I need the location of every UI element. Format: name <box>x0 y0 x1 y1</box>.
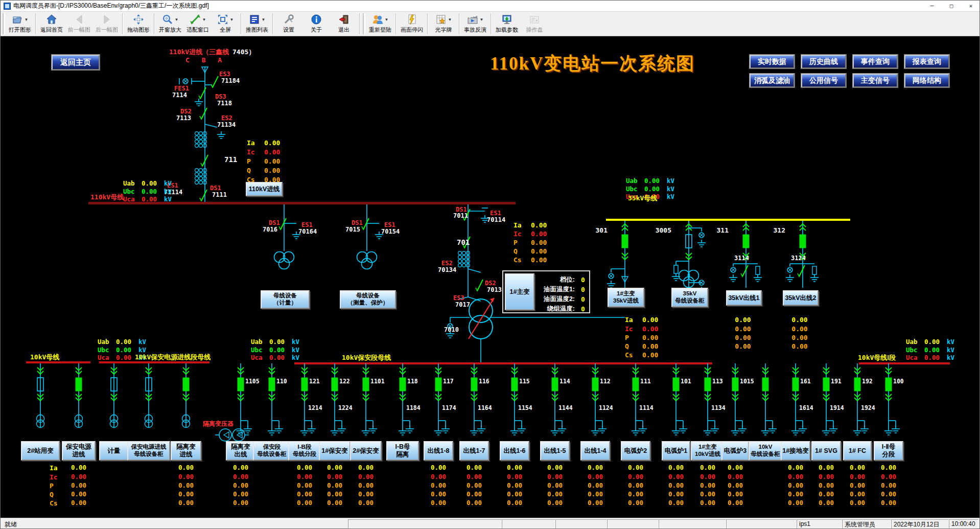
return-home-button[interactable]: 返回主页 <box>52 55 100 70</box>
feeder-button-24[interactable]: 1# FC <box>843 441 872 461</box>
feeder-breaker-5[interactable] <box>183 378 189 391</box>
feeder-button-10[interactable]: 2#保安变 <box>350 441 382 461</box>
feeder-breaker-100[interactable] <box>885 378 892 391</box>
breaker-312[interactable] <box>800 235 806 248</box>
toolbar-button-home[interactable]: 返回首页 <box>38 12 65 36</box>
feeder-button-1[interactable]: 2#站用变 <box>21 441 60 461</box>
feeder-button-18[interactable]: 电弧炉1 <box>662 441 690 461</box>
bus-10kv-a[interactable] <box>26 361 90 363</box>
feeder-breaker-115[interactable] <box>511 378 518 391</box>
dropdown-arrow-icon[interactable]: ▼ <box>25 17 29 22</box>
nav-button-3[interactable]: 事件查询 <box>853 55 898 68</box>
nav-button-5[interactable]: 消弧及滤油 <box>750 74 795 87</box>
feeder-breaker-110[interactable] <box>269 378 275 391</box>
feeder-button-22[interactable]: 1#接地变 <box>781 441 810 461</box>
transformer-info-label: 档位: <box>560 277 575 283</box>
feeder-breaker-117[interactable] <box>435 378 441 391</box>
toolbar-button-annunciator[interactable]: ▼光字牌 <box>430 12 457 36</box>
feeder-button-19[interactable]: 1#主变10kV进线 <box>691 441 725 461</box>
toolbar-button-load-params[interactable]: 加载参数 <box>493 12 521 36</box>
feeder-breaker-111[interactable] <box>633 378 639 391</box>
bus-10kv-b[interactable] <box>99 361 209 363</box>
nav-button-1[interactable]: 实时数据 <box>750 55 795 68</box>
breaker-311[interactable] <box>743 235 749 248</box>
feeder-button-4[interactable]: 保安电源进线母线设备柜 <box>127 441 170 461</box>
feeder-button-16[interactable]: 出线1-4 <box>580 441 610 461</box>
dropdown-arrow-icon[interactable]: ▼ <box>385 17 389 22</box>
feeder-breaker-114[interactable] <box>552 378 558 391</box>
feeder-breaker-1105[interactable] <box>238 378 244 391</box>
minimize-button[interactable]: ─ <box>922 1 942 11</box>
toolbar-button-zoom-window[interactable]: ▼开窗放大 <box>156 12 184 36</box>
bus-equip-button-1[interactable]: 母线设备（计量） <box>261 290 310 309</box>
dropdown-arrow-icon[interactable]: ▼ <box>448 17 452 22</box>
kv35-bay-button-3[interactable]: 35kV出线1 <box>726 290 762 306</box>
toolbar-button-about[interactable]: 关于 <box>302 12 330 36</box>
feeder-breaker-118[interactable] <box>400 378 406 391</box>
bus-35kv[interactable] <box>606 219 850 221</box>
feeder-button-8[interactable]: I-B段母线分段 <box>288 441 321 461</box>
toolbar-button-fullscreen[interactable]: ▼全屏 <box>212 12 239 36</box>
toolbar-grip[interactable] <box>3 13 5 34</box>
feeder-breaker-191[interactable] <box>823 378 829 391</box>
toolbar-button-fit-window[interactable]: ▼适配窗口 <box>184 12 212 36</box>
dropdown-arrow-icon[interactable]: ▼ <box>262 17 266 22</box>
maximize-button[interactable]: □ <box>942 1 961 11</box>
feeder-button-25[interactable]: I-Ⅱ母分段 <box>874 441 903 461</box>
feeder-button-23[interactable]: 1# SVG <box>811 441 841 461</box>
feeder-button-3[interactable]: 计量 <box>99 441 129 461</box>
feeder-button-2[interactable]: 保安电源进线 <box>62 441 96 461</box>
feeder-breaker-1101[interactable] <box>363 378 369 391</box>
toolbar-button-exit[interactable]: 退出 <box>330 12 358 36</box>
dropdown-arrow-icon[interactable]: ▼ <box>175 17 179 22</box>
feeder-breaker-116[interactable] <box>471 378 477 391</box>
kv35-bay-button-1[interactable]: 1#主变35kV进线 <box>608 288 644 307</box>
kv35-bay-button-4[interactable]: 35kV出线2 <box>783 290 819 306</box>
dropdown-arrow-icon[interactable]: ▼ <box>230 17 234 22</box>
toolbar-button-pan[interactable]: 拖动图形 <box>125 12 152 36</box>
breaker-301[interactable] <box>622 235 628 248</box>
feeder-breaker-161[interactable] <box>792 378 799 391</box>
bus-10kv-c[interactable] <box>294 362 712 364</box>
toolbar-button-relogin[interactable]: ▼重新登陆 <box>366 12 394 36</box>
dropdown-arrow-icon[interactable]: ▼ <box>202 17 206 22</box>
feeder-button-21[interactable]: 10kV母线设备柜 <box>749 441 782 461</box>
feeder-button-20[interactable]: 电弧炉3 <box>721 441 749 461</box>
nav-button-2[interactable]: 历史曲线 <box>801 55 846 68</box>
toolbar-button-accident-replay[interactable]: ▼事故反演 <box>461 12 489 36</box>
nav-button-4[interactable]: 报表查询 <box>904 55 949 68</box>
feeder-breaker-112[interactable] <box>592 378 598 391</box>
feeder-breaker-192[interactable] <box>854 378 860 391</box>
close-button[interactable]: ✕ <box>961 1 980 11</box>
feeder-breaker-122[interactable] <box>332 378 338 391</box>
feeder-breaker-113[interactable] <box>705 378 711 391</box>
feeder-button-7[interactable]: 保安段母线设备柜 <box>253 441 291 461</box>
feeder-breaker-2[interactable] <box>76 378 82 391</box>
toolbar-button-open-graph[interactable]: ▼打开图形 <box>6 12 34 36</box>
feeder-button-12[interactable]: 出线1-8 <box>424 441 453 461</box>
feeder-breaker-1015[interactable] <box>732 378 738 391</box>
feeder-button-11[interactable]: I-B母隔离 <box>386 441 419 461</box>
feeder-button-15[interactable]: 出线1-5 <box>540 441 570 461</box>
feeder-button-5[interactable]: 隔离变进线 <box>171 441 201 461</box>
feeder-breaker-101[interactable] <box>673 378 679 391</box>
feeder-button-14[interactable]: 出线1-6 <box>500 441 529 461</box>
toolbar-button-push-list[interactable]: ▼推图列表 <box>243 12 271 36</box>
feeder-button-9[interactable]: 1#保安变 <box>319 441 351 461</box>
toolbar-button-settings[interactable]: 设置 <box>275 12 302 36</box>
feeder-button-17[interactable]: 电弧炉2 <box>621 441 650 461</box>
feeder-button-13[interactable]: 出线1-7 <box>459 441 489 461</box>
main-transformer-button[interactable]: 1#主变 <box>505 273 534 310</box>
feeder-button-6[interactable]: 隔离变出线 <box>226 441 255 461</box>
bus-10kv-d[interactable] <box>859 362 950 364</box>
kv35-bay-button-2[interactable]: 35kV母线设备柜 <box>671 288 708 307</box>
nav-button-7[interactable]: 主变信号 <box>853 74 898 87</box>
nav-button-8[interactable]: 网络结构 <box>904 74 949 87</box>
feeder-breaker-21[interactable] <box>762 378 768 391</box>
incoming-line-button[interactable]: 110kV进线 <box>246 182 283 196</box>
toolbar-button-stop-flash[interactable]: 画面停闪 <box>398 12 426 36</box>
bus-equip-button-2[interactable]: 母线设备（测量、保护） <box>340 290 396 309</box>
feeder-breaker-121[interactable] <box>301 378 308 391</box>
nav-button-6[interactable]: 公用信号 <box>801 74 846 87</box>
dropdown-arrow-icon[interactable]: ▼ <box>480 17 484 22</box>
